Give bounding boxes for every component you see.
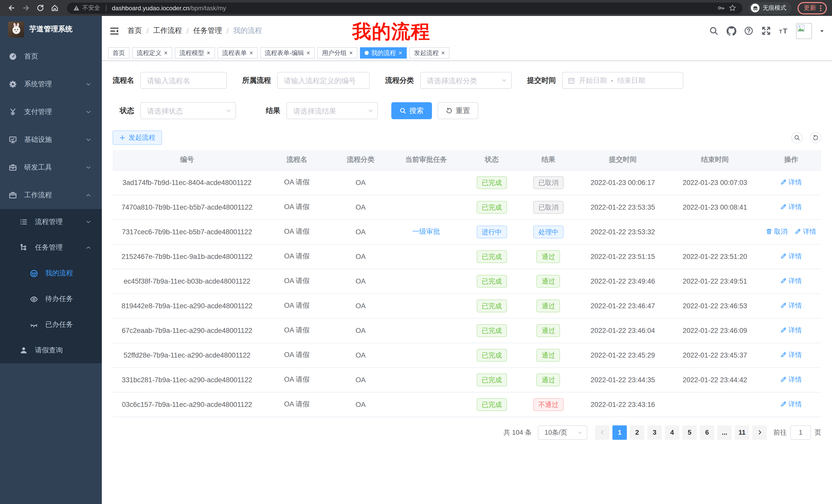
status-select[interactable] <box>140 102 236 119</box>
pagination-page-5[interactable]: 5 <box>682 425 697 440</box>
pagination-page-11[interactable]: 11 <box>735 425 749 440</box>
pagination-prev-icon[interactable] <box>595 425 609 440</box>
detail-link[interactable]: 详情 <box>780 178 802 187</box>
tab-label: 发起流程 <box>414 49 439 57</box>
breadcrumb-workflow[interactable]: 工作流程 <box>153 26 182 35</box>
detail-link[interactable]: 详情 <box>780 326 802 335</box>
cell-end-time: 2022-01-22 23:46:53 <box>669 293 761 318</box>
cell-task <box>389 367 463 392</box>
github-icon[interactable] <box>726 26 736 36</box>
task-link[interactable]: 一级审批 <box>412 228 440 235</box>
sidebar-item-5[interactable]: 工作流程 <box>0 181 102 209</box>
cell-end-time <box>669 392 761 417</box>
sidebar-item-label: 待办任务 <box>45 295 102 304</box>
avatar[interactable] <box>796 23 812 39</box>
tab-2[interactable]: 流程模型 <box>175 47 215 59</box>
detail-link[interactable]: 详情 <box>780 400 802 409</box>
browser-menu-icon[interactable] <box>820 4 822 11</box>
detail-link[interactable]: 详情 <box>780 276 802 286</box>
detail-link[interactable]: 详情 <box>780 252 802 261</box>
close-icon[interactable] <box>441 50 445 56</box>
close-icon[interactable] <box>349 50 353 56</box>
sidebar-item-1[interactable]: 系统管理 <box>0 71 102 98</box>
address-bar[interactable]: 不安全 dashboard.yudao.iocoder.cn/bpm/task/… <box>67 2 743 13</box>
cancel-link[interactable]: 取消 <box>766 227 787 236</box>
close-icon[interactable] <box>307 50 310 56</box>
page-size-select[interactable] <box>538 425 587 440</box>
sidebar-item-0[interactable]: 流程管理 <box>0 209 102 235</box>
tab-6[interactable]: 我的流程 <box>360 47 407 59</box>
sidebar-item-2[interactable]: 我的流程 <box>0 260 102 286</box>
sidebar-item-label: 流程管理 <box>35 217 85 227</box>
tab-3[interactable]: 流程表单 <box>217 47 258 59</box>
breadcrumb-home[interactable]: 首页 <box>128 26 142 35</box>
process-def-input[interactable] <box>277 72 370 89</box>
breadcrumb-task[interactable]: 任务管理 <box>193 26 222 35</box>
update-label[interactable]: 更新 <box>804 4 816 12</box>
detail-link[interactable]: 详情 <box>780 202 802 212</box>
pagination-next-icon[interactable] <box>752 425 767 440</box>
help-icon[interactable] <box>744 26 754 36</box>
close-icon[interactable] <box>250 50 253 56</box>
result-badge: 不通过 <box>533 398 564 411</box>
sidebar-item-1[interactable]: 任务管理 <box>0 235 102 260</box>
browser-update-button[interactable]: 更新 <box>798 2 827 14</box>
process-name-input[interactable] <box>140 72 227 89</box>
pagination-page-4[interactable]: 4 <box>665 425 679 440</box>
detail-link[interactable]: 详情 <box>780 351 802 360</box>
browser-back-icon[interactable] <box>5 2 18 14</box>
sidebar-item-label: 已办任务 <box>45 320 102 329</box>
tab-5[interactable]: 用户分组 <box>317 47 357 59</box>
sidebar-item-label: 请假查询 <box>35 346 102 355</box>
sidebar-item-2[interactable]: 支付管理 <box>0 98 102 126</box>
bookmark-star-icon[interactable] <box>729 4 736 12</box>
detail-link[interactable]: 详情 <box>780 301 802 310</box>
category-select[interactable] <box>420 72 512 89</box>
close-icon[interactable] <box>398 50 402 56</box>
table-search-icon[interactable] <box>791 132 803 143</box>
sidebar-collapse-icon[interactable] <box>109 26 119 36</box>
sidebar-item-4[interactable]: 已办任务 <box>0 312 102 338</box>
browser-home-icon[interactable] <box>48 2 61 14</box>
browser-forward-icon[interactable] <box>20 2 32 14</box>
cell-name: OA 请假 <box>261 170 333 195</box>
font-size-icon[interactable]: TT <box>779 26 789 36</box>
cell-id: ec45f38f-7b9a-11ec-b03b-acde48001122 <box>113 269 261 293</box>
page-size-value[interactable] <box>538 425 587 440</box>
sidebar-item-4[interactable]: 研发工具 <box>0 153 102 181</box>
sidebar-item-3[interactable]: 待办任务 <box>0 286 102 312</box>
caret-down-icon[interactable] <box>819 28 825 34</box>
result-select[interactable] <box>286 102 378 119</box>
create-process-button[interactable]: 发起流程 <box>113 131 162 145</box>
close-icon[interactable] <box>207 50 210 56</box>
pagination-page-2[interactable]: 2 <box>630 425 644 440</box>
reset-button[interactable]: 重置 <box>438 102 478 119</box>
sidebar-item-5[interactable]: 请假查询 <box>0 338 102 363</box>
table-refresh-icon[interactable] <box>810 132 821 143</box>
search-button[interactable]: 搜索 <box>391 102 432 119</box>
browser-reload-icon[interactable] <box>34 2 46 14</box>
sidebar-item-label: 任务管理 <box>35 243 85 252</box>
tab-7[interactable]: 发起流程 <box>409 47 449 59</box>
cell-status: 已完成 <box>463 195 520 219</box>
detail-link[interactable]: 详情 <box>780 375 802 384</box>
security-label[interactable]: 不安全 <box>82 4 100 12</box>
pagination-page-1[interactable]: 1 <box>613 425 627 440</box>
tab-1[interactable]: 流程定义 <box>132 47 172 59</box>
sidebar-item-3[interactable]: 基础设施 <box>0 126 102 153</box>
pagination-more[interactable]: ... <box>717 425 732 440</box>
status-badge: 进行中 <box>476 225 507 238</box>
detail-link[interactable]: 详情 <box>795 227 816 236</box>
key-icon[interactable] <box>717 4 725 12</box>
pagination-page-6[interactable]: 6 <box>700 425 714 440</box>
close-icon[interactable] <box>164 50 167 56</box>
pagination-page-3[interactable]: 3 <box>647 425 662 440</box>
tab-4[interactable]: 流程表单-编辑 <box>260 47 315 59</box>
pagination-goto-input[interactable] <box>790 425 811 440</box>
cell-name: OA 请假 <box>261 293 333 318</box>
date-range-picker[interactable]: 开始日期 - 结束日期 <box>562 72 683 89</box>
sidebar-item-0[interactable]: 首页 <box>0 43 102 71</box>
tab-0[interactable]: 首页 <box>108 47 130 59</box>
fullscreen-icon[interactable] <box>761 26 771 36</box>
search-icon[interactable] <box>709 26 719 36</box>
